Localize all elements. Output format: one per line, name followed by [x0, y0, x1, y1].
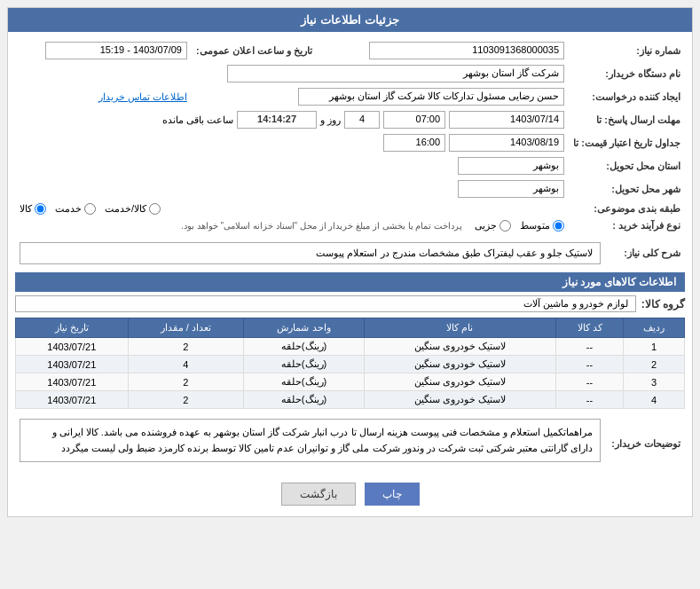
cell-vahed: (رینگ)حلقه — [244, 373, 365, 391]
group-kala-value: لوازم خودرو و ماشین آلات — [15, 295, 636, 312]
back-button[interactable]: بازگشت — [281, 483, 356, 506]
etelaat-tamas-link[interactable]: اطلاعات تماس خریدار — [98, 91, 187, 102]
shahr-label: شهر محل تحویل: — [569, 177, 685, 200]
cell-vahed: (رینگ)حلقه — [244, 356, 365, 373]
info-table: شماره نیاز: 1103091368000035 تاریخ و ساع… — [15, 39, 685, 234]
tarikh-saet-label: تاریخ و ساعت اعلان عمومی: — [192, 39, 330, 62]
now-farayand-note: پرداخت تمام یا بخشی از مبلغ خریدار از مح… — [181, 221, 462, 231]
cell-vahed: (رینگ)حلقه — [244, 391, 365, 409]
mohlat-ersal-label: مهلت ارسال پاسخ: تا — [569, 108, 685, 131]
nam-dastgah-box: شرکت گاز استان بوشهر — [227, 65, 564, 82]
cell-tedad: 2 — [128, 338, 243, 356]
shomara-niaz-value: 1103091368000035 — [330, 39, 569, 62]
info-row-5: جداول تاریخ اعتبار قیمت: تا 1403/08/19 1… — [15, 131, 685, 154]
ettelaat-kala-header: اطلاعات کالاهای مورد نیاز — [15, 272, 685, 292]
now-farayand-value: جزیی متوسط پرداخت تمام یا بخشی از مبلغ خ… — [15, 217, 569, 234]
now-motovaset-radio[interactable] — [553, 220, 564, 232]
col-radif: ردیف — [624, 318, 685, 338]
mohlat-ersal-value: 1403/07/14 07:00 4 روز و 14:14:27 ساعت ب… — [15, 108, 569, 131]
table-row: 3 -- لاستیک خودروی سنگین (رینگ)حلقه 2 14… — [16, 373, 685, 391]
group-kala-label: گروه کالا: — [641, 298, 685, 310]
info-row-4: مهلت ارسال پاسخ: تا 1403/07/14 07:00 4 ر… — [15, 108, 685, 131]
mohlat-countdown-box: 14:14:27 — [237, 111, 317, 129]
tabaqe-khadamat-item[interactable]: خدمت — [55, 203, 96, 215]
table-row: 2 -- لاستیک خودروی سنگین (رینگ)حلقه 4 14… — [16, 356, 685, 373]
ijad-konande-label: ایجاد کننده درخواست: — [569, 85, 685, 108]
shomara-niaz-box: 1103091368000035 — [369, 42, 564, 59]
cell-kod: -- — [555, 373, 623, 391]
jadaval-inline-row: 1403/08/19 16:00 — [20, 134, 564, 152]
group-label-row: گروه کالا: لوازم خودرو و ماشین آلات — [15, 295, 685, 312]
cell-radif: 3 — [624, 373, 685, 391]
cell-kod: -- — [555, 338, 623, 356]
cell-tarikh: 1403/07/21 — [16, 338, 129, 356]
cell-vahed: (رینگ)حلقه — [244, 338, 365, 356]
col-vahed: واحد شمارش — [244, 318, 365, 338]
tabaqe-kala-khadamat-label: کالا/خدمت — [105, 203, 146, 215]
now-farayand-row: جزیی متوسط پرداخت تمام یا بخشی از مبلغ خ… — [20, 220, 564, 232]
tabaqe-kala-khadamat-radio[interactable] — [149, 203, 161, 215]
table-row: 1 -- لاستیک خودروی سنگین (رینگ)حلقه 2 14… — [16, 338, 685, 356]
info-row-6: استان محل تحویل: بوشهر — [15, 154, 685, 177]
info-row-7: شهر محل تحویل: بوشهر — [15, 177, 685, 200]
jadaval-label: جداول تاریخ اعتبار قیمت: تا — [569, 131, 685, 154]
now-motovaset-item[interactable]: متوسط — [520, 220, 564, 232]
tarikh-saet-box: 1403/07/09 - 15:19 — [45, 42, 187, 59]
cell-name: لاستیک خودروی سنگین — [364, 338, 555, 356]
tabaqe-value: کالا خدمت کالا/خدمت — [15, 200, 569, 217]
notes-table: توضیحات خریدار: مراهماتکمیل استعلام و مش… — [15, 416, 685, 472]
mohlat-time-box: 07:00 — [383, 111, 445, 129]
cell-name: لاستیک خودروی سنگین — [364, 356, 555, 373]
tabaqe-label: طبقه بندی موضوعی: — [569, 200, 685, 217]
nam-dastgah-value: شرکت گاز استان بوشهر — [15, 62, 569, 85]
kala-tbody: 1 -- لاستیک خودروی سنگین (رینگ)حلقه 2 14… — [16, 338, 685, 409]
page-wrapper: جزئیات اطلاعات نیاز شماره نیاز: 11030913… — [0, 0, 700, 524]
shahr-box: بوشهر — [458, 180, 564, 198]
cell-radif: 4 — [624, 391, 685, 409]
cell-name: لاستیک خودروی سنگین — [364, 373, 555, 391]
ostan-value: بوشهر — [15, 154, 569, 177]
kala-table: ردیف کد کالا نام کالا واحد شمارش تعداد /… — [15, 318, 685, 409]
cell-tedad: 2 — [128, 391, 243, 409]
sharh-koli-row: شرح کلی نیاز: لاستیک جلو و عقب لیفتراک ط… — [15, 240, 685, 267]
info-row-8: طبقه بندی موضوعی: کالا خدمت — [15, 200, 685, 217]
notes-box: مراهماتکمیل استعلام و مشخصات فنی پیوست ه… — [20, 419, 601, 462]
ijad-konande-value: حسن رضایی مسئول تدارکات کالا شرکت گاز اس… — [192, 85, 569, 108]
jadaval-value: 1403/08/19 16:00 — [15, 131, 569, 154]
mohlat-inline-row: 1403/07/14 07:00 4 روز و 14:14:27 ساعت ب… — [20, 111, 564, 129]
notes-label: توضیحات خریدار: — [605, 416, 685, 472]
tarikh-saet-value: 1403/07/09 - 15:19 — [15, 39, 192, 62]
tabaqe-kala-khadamat-item[interactable]: کالا/خدمت — [105, 203, 161, 215]
mohlat-roz-box: 4 — [344, 111, 380, 129]
sharh-koli-label: شرح کلی نیاز: — [605, 240, 685, 267]
card-body: شماره نیاز: 1103091368000035 تاریخ و ساع… — [8, 32, 692, 516]
now-jozi-label: جزیی — [475, 220, 497, 232]
nam-dastgah-label: نام دستگاه خریدار: — [569, 62, 685, 85]
print-button[interactable]: چاپ — [365, 483, 420, 506]
cell-tarikh: 1403/07/21 — [16, 356, 129, 373]
tabaqe-khadamat-label: خدمت — [55, 203, 82, 215]
cell-kod: -- — [555, 356, 623, 373]
col-name: نام کالا — [364, 318, 555, 338]
cell-tedad: 4 — [128, 356, 243, 373]
card-header: جزئیات اطلاعات نیاز — [8, 8, 692, 32]
table-row: 4 -- لاستیک خودروی سنگین (رینگ)حلقه 2 14… — [16, 391, 685, 409]
tabaqe-khadamat-radio[interactable] — [84, 203, 96, 215]
col-tarikh: تاریخ نیاز — [16, 318, 129, 338]
col-kod: کد کالا — [555, 318, 623, 338]
shomara-niaz-label: شماره نیاز: — [569, 39, 685, 62]
ostan-box: بوشهر — [458, 157, 564, 175]
col-tedad: تعداد / مقدار — [128, 318, 243, 338]
sharh-koli-table: شرح کلی نیاز: لاستیک جلو و عقب لیفتراک ط… — [15, 240, 685, 267]
now-radio-group: جزیی متوسط — [475, 220, 564, 232]
now-jozi-item[interactable]: جزیی — [475, 220, 511, 232]
cell-tarikh: 1403/07/21 — [16, 373, 129, 391]
now-jozi-radio[interactable] — [499, 220, 511, 232]
roz-label: روز و — [320, 114, 341, 126]
tabaqe-kala-radio[interactable] — [35, 203, 46, 215]
info-row-9: نوع فرآیند خرید : جزیی متوسط — [15, 217, 685, 234]
jadaval-time-box: 16:00 — [383, 134, 445, 152]
tabaqe-kala-item[interactable]: کالا — [20, 203, 46, 215]
sharh-koli-value: لاستیک جلو و عقب لیفتراک طبق مشخصات مندر… — [15, 240, 605, 267]
cell-name: لاستیک خودروی سنگین — [364, 391, 555, 409]
